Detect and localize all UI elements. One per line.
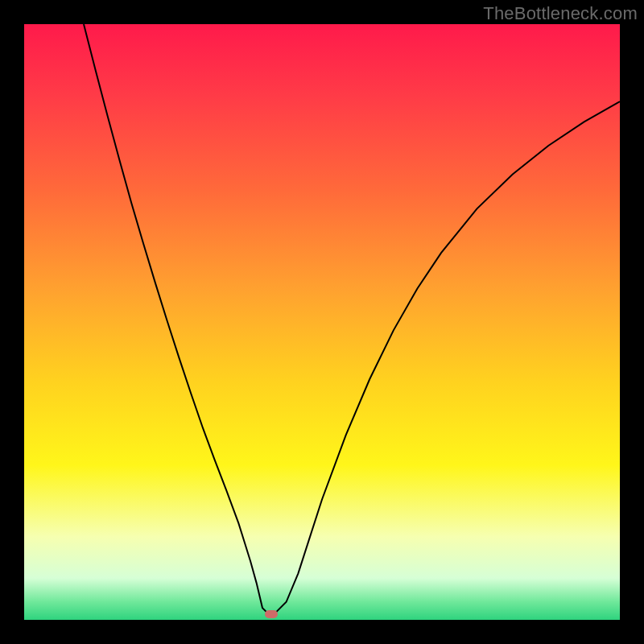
chart-frame: [24, 24, 620, 620]
bottleneck-curve: [84, 24, 620, 614]
chart-curve-layer: [24, 24, 620, 620]
optimal-point-marker: [265, 610, 278, 618]
watermark-text: TheBottleneck.com: [483, 3, 638, 24]
